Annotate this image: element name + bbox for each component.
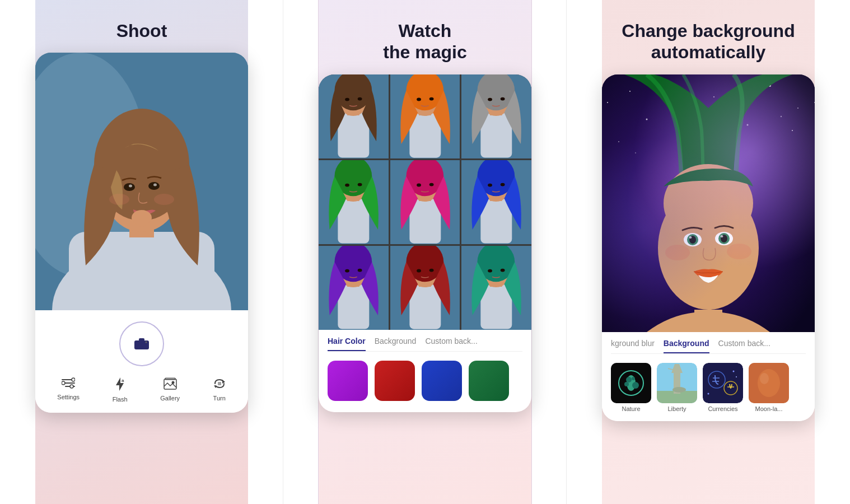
svg-point-51 (488, 97, 492, 101)
svg-point-22 (72, 378, 75, 381)
panel-background: Change background automatically (567, 0, 850, 504)
tab-custom-back-3[interactable]: Custom back... (718, 339, 770, 353)
svg-point-13 (154, 194, 174, 205)
svg-point-119 (689, 236, 692, 239)
svg-point-121 (718, 233, 730, 244)
svg-point-45 (429, 97, 433, 100)
phone-bottom-1: Settings a Flash (35, 310, 248, 413)
phone-mockup-1: Settings a Flash (35, 53, 248, 413)
thumb-nature-img (611, 363, 651, 403)
tab-kground-blur[interactable]: kground blur (611, 339, 655, 353)
hair-cell-pink[interactable] (390, 160, 460, 244)
svg-point-108 (607, 102, 608, 103)
moon-label: Moon-la... (755, 405, 783, 412)
bottom-nav: Settings a Flash (41, 375, 242, 407)
svg-marker-29 (222, 380, 225, 384)
svg-point-132 (624, 382, 629, 386)
svg-point-106 (747, 124, 749, 125)
svg-point-59 (358, 183, 362, 186)
bg-thumb-nature[interactable]: Nature (611, 363, 651, 412)
hair-cell-mint[interactable] (461, 246, 531, 330)
svg-point-86 (417, 269, 421, 272)
svg-point-139 (672, 387, 686, 393)
panel-2-title: Watch the magic (383, 20, 466, 63)
hair-cell-green[interactable] (319, 160, 389, 244)
nav-flash[interactable]: a Flash (113, 377, 128, 403)
currencies-label: Currencies (708, 405, 737, 412)
svg-point-125 (727, 244, 751, 259)
svg-point-107 (814, 102, 815, 103)
swatch-purple[interactable] (328, 361, 368, 401)
svg-point-112 (697, 136, 698, 137)
girl-photo-1 (35, 53, 248, 310)
nav-gallery[interactable]: Gallery (160, 377, 180, 403)
hair-cell-gray[interactable] (461, 74, 531, 158)
svg-point-103 (792, 130, 793, 131)
svg-point-133 (632, 382, 639, 389)
bg-thumb-moon[interactable]: Moon-la... (749, 363, 789, 412)
svg-point-38 (358, 97, 362, 100)
svg-point-72 (488, 183, 492, 186)
settings-icon (62, 377, 75, 391)
hair-cell-brown[interactable] (319, 74, 389, 158)
tab-background-2[interactable]: Background (375, 337, 417, 351)
svg-point-117 (687, 234, 698, 245)
turn-icon (213, 377, 226, 393)
svg-point-28 (171, 381, 174, 384)
tab-hair-color[interactable]: Hair Color (328, 337, 366, 351)
panel-shoot: Shoot (0, 0, 283, 504)
swatch-red[interactable] (375, 361, 415, 401)
svg-point-113 (635, 152, 636, 153)
tab-custom-back[interactable]: Custom back... (425, 337, 477, 351)
svg-point-10 (153, 184, 157, 186)
tab-background-3[interactable]: Background (664, 339, 709, 353)
hair-cell-purple[interactable] (319, 246, 389, 330)
swatch-green[interactable] (469, 361, 509, 401)
panel3-bottom: kground blur Background Custom back... (602, 332, 815, 421)
panel-3-title: Change background automatically (622, 20, 795, 63)
tabs-row-3: kground blur Background Custom back... (611, 339, 806, 354)
svg-text:a: a (122, 378, 124, 383)
thumb-currencies-img (703, 363, 743, 403)
swatch-blue[interactable] (422, 361, 462, 401)
tabs-row-2: Hair Color Background Custom back... (328, 337, 522, 352)
color-swatches (328, 361, 522, 401)
svg-point-120 (715, 232, 733, 245)
bg-thumb-liberty[interactable]: Liberty (657, 363, 697, 412)
svg-point-87 (429, 268, 433, 272)
svg-point-147 (708, 393, 709, 394)
liberty-label: Liberty (667, 405, 686, 412)
nav-settings[interactable]: Settings (57, 377, 80, 403)
galaxy-area (602, 74, 815, 332)
svg-point-44 (417, 97, 421, 101)
thumb-moon-img (749, 363, 789, 403)
svg-point-65 (417, 183, 421, 186)
svg-point-52 (501, 97, 505, 100)
hair-cell-orange[interactable] (390, 74, 460, 158)
panel-magic: Watch the magic (283, 0, 567, 504)
photo-area-1 (35, 53, 248, 310)
svg-point-122 (721, 235, 727, 242)
svg-rect-19 (62, 379, 72, 380)
svg-point-148 (736, 376, 737, 377)
panel-1-title: Shoot (116, 20, 167, 41)
svg-point-111 (781, 116, 782, 117)
svg-point-99 (713, 96, 714, 97)
hair-cell-red2[interactable] (390, 246, 460, 330)
nav-turn[interactable]: Turn (213, 377, 226, 403)
svg-point-118 (689, 236, 696, 244)
bg-thumb-currencies[interactable]: Currencies (703, 363, 743, 412)
svg-point-94 (501, 268, 505, 272)
gallery-icon (164, 377, 177, 393)
svg-point-97 (629, 91, 631, 92)
flash-icon: a (115, 377, 125, 394)
hair-cell-blue[interactable] (461, 160, 531, 244)
camera-button[interactable] (119, 321, 164, 366)
svg-point-8 (148, 182, 160, 190)
camera-icon[interactable] (126, 328, 157, 360)
svg-point-131 (632, 377, 635, 380)
turn-label: Turn (213, 395, 226, 402)
hair-grid-wrapper: Hair Color Background Custom back... (319, 74, 531, 412)
svg-point-7 (124, 183, 135, 191)
flash-label: Flash (113, 396, 128, 403)
